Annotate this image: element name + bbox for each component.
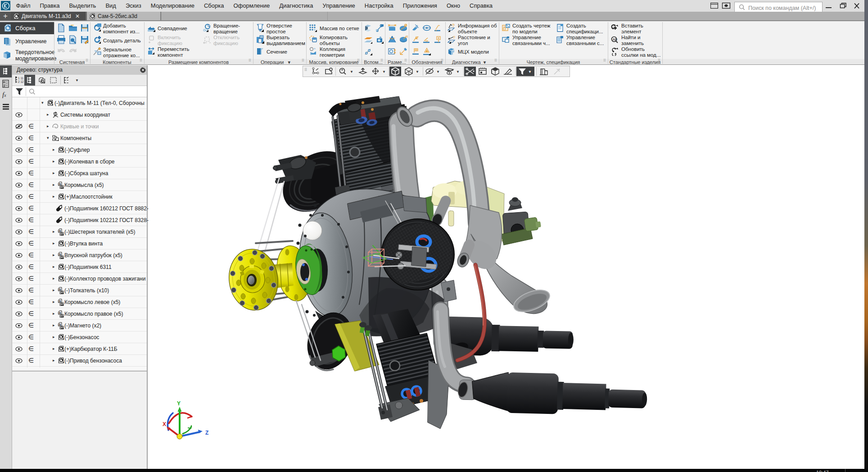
svg-text:Z: Z: [205, 430, 208, 436]
svg-text:X: X: [163, 421, 166, 427]
svg-text:1 11: 1 11: [18, 77, 23, 80]
svg-text:2 12: 2 12: [18, 80, 23, 83]
svg-text:Y: Y: [177, 400, 181, 407]
